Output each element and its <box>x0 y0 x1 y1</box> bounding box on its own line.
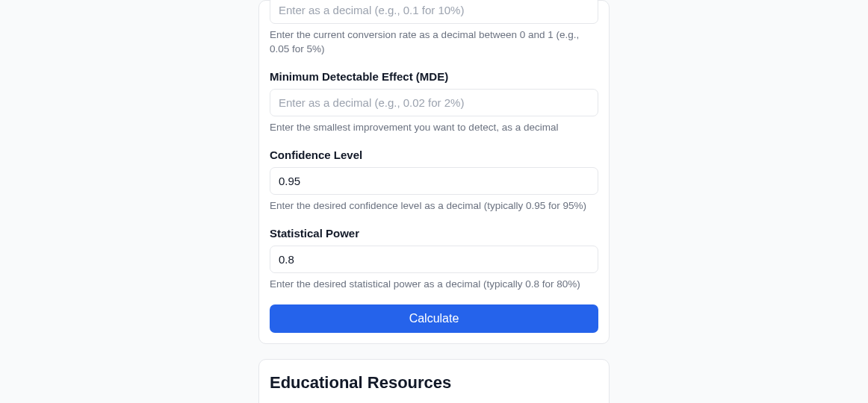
confidence-input[interactable] <box>270 167 598 195</box>
mde-input[interactable] <box>270 89 598 116</box>
resources-card: Educational Resources A/B Testing Fundam… <box>258 359 610 403</box>
power-label: Statistical Power <box>270 227 598 240</box>
confidence-label: Confidence Level <box>270 149 598 161</box>
calculator-card: Enter the current conversion rate as a d… <box>258 0 610 344</box>
power-help: Enter the desired statistical power as a… <box>270 278 598 292</box>
calculate-button[interactable]: Calculate <box>270 304 598 333</box>
baseline-conversion-input[interactable] <box>270 0 598 24</box>
baseline-conversion-help: Enter the current conversion rate as a d… <box>270 28 598 57</box>
power-input[interactable] <box>270 246 598 273</box>
mde-help: Enter the smallest improvement you want … <box>270 121 598 135</box>
mde-label: Minimum Detectable Effect (MDE) <box>270 70 598 83</box>
confidence-help: Enter the desired confidence level as a … <box>270 199 598 213</box>
resources-heading: Educational Resources <box>270 373 598 393</box>
